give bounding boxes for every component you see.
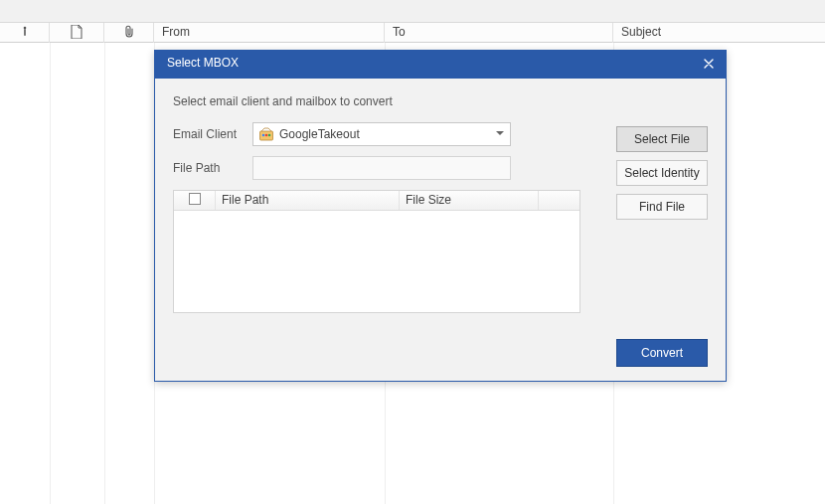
column-subject[interactable]: Subject bbox=[613, 23, 825, 43]
dialog-title-text: Select MBOX bbox=[167, 56, 239, 70]
header-file-path[interactable]: File Path bbox=[216, 191, 400, 210]
chevron-down-icon bbox=[496, 131, 504, 135]
column-to[interactable]: To bbox=[385, 23, 613, 43]
checkbox-icon bbox=[189, 193, 201, 205]
column-flag[interactable] bbox=[0, 23, 50, 43]
find-file-button[interactable]: Find File bbox=[616, 194, 708, 220]
svg-point-0 bbox=[23, 27, 26, 30]
svg-point-3 bbox=[262, 134, 265, 137]
close-button[interactable] bbox=[700, 55, 718, 73]
close-icon bbox=[700, 55, 718, 73]
file-table: File Path File Size bbox=[173, 190, 580, 313]
file-path-label: File Path bbox=[173, 161, 252, 175]
toolbar-strip bbox=[0, 0, 825, 23]
file-path-input[interactable] bbox=[252, 156, 511, 180]
header-spacer bbox=[539, 191, 579, 210]
grid-line bbox=[104, 43, 105, 504]
file-table-header: File Path File Size bbox=[174, 191, 579, 211]
convert-button[interactable]: Convert bbox=[616, 339, 708, 367]
header-file-size[interactable]: File Size bbox=[400, 191, 539, 210]
column-attachment[interactable] bbox=[104, 23, 154, 43]
dialog-titlebar: Select MBOX bbox=[155, 51, 726, 79]
dialog-instruction: Select email client and mailbox to conve… bbox=[173, 94, 708, 108]
column-header-row: From To Subject bbox=[0, 23, 825, 43]
takeout-icon bbox=[258, 126, 274, 142]
paperclip-icon bbox=[104, 25, 153, 39]
column-read[interactable] bbox=[50, 23, 104, 43]
svg-rect-1 bbox=[24, 29, 26, 36]
email-client-value: GoogleTakeout bbox=[279, 127, 360, 141]
svg-point-5 bbox=[268, 134, 271, 137]
column-from[interactable]: From bbox=[154, 23, 385, 43]
flag-icon bbox=[18, 25, 32, 39]
header-checkbox-cell[interactable] bbox=[174, 191, 216, 210]
select-file-button[interactable]: Select File bbox=[616, 126, 708, 152]
page-icon bbox=[50, 25, 103, 39]
svg-point-4 bbox=[265, 134, 268, 137]
email-client-label: Email Client bbox=[173, 127, 252, 141]
select-identity-button[interactable]: Select Identity bbox=[616, 160, 708, 186]
grid-line bbox=[50, 43, 51, 504]
email-client-dropdown[interactable]: GoogleTakeout bbox=[252, 122, 511, 146]
select-mbox-dialog: Select MBOX Select email client and mail… bbox=[154, 50, 727, 382]
